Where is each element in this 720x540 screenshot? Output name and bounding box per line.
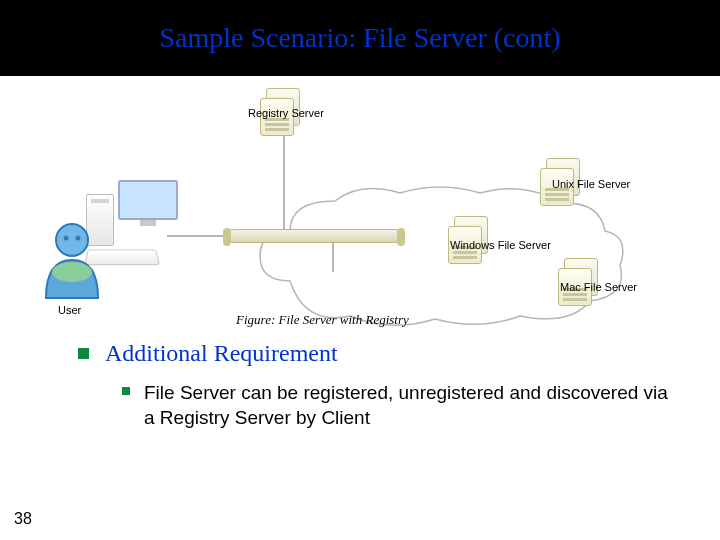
svg-point-0 [56,224,88,256]
section-heading-row: Additional Requirement [78,340,670,367]
windows-server-label: Windows File Server [450,239,551,251]
section-heading: Additional Requirement [105,340,338,367]
user-label: User [58,304,81,316]
slide-title: Sample Scenario: File Server (cont) [159,22,560,54]
mac-server-label: Mac File Server [560,281,637,293]
svg-point-3 [76,236,81,241]
user-workstation-icon [40,180,180,300]
slide-number: 38 [14,510,32,528]
monitor-icon [118,180,178,228]
bullet-item: File Server can be registered, unregiste… [122,381,670,430]
title-bar: Sample Scenario: File Server (cont) [0,0,720,76]
bullet-text: File Server can be registered, unregiste… [144,381,670,430]
svg-point-1 [52,262,92,282]
body-content: Additional Requirement File Server can b… [0,340,720,430]
figure-caption: Figure: File Server with Registry [236,312,409,328]
bullet-square-icon [122,387,130,395]
unix-server-label: Unix File Server [552,178,630,190]
svg-point-2 [64,236,69,241]
slide: Sample Scenario: File Server (cont) Regi… [0,0,720,540]
registry-server-label: Registry Server [248,107,324,119]
user-avatar-icon [40,220,104,302]
bus-connector-icon [226,229,402,243]
bullet-square-icon [78,348,89,359]
network-diagram: Registry Server Unix File Server Windows… [0,76,720,336]
wire-registry [283,136,285,230]
